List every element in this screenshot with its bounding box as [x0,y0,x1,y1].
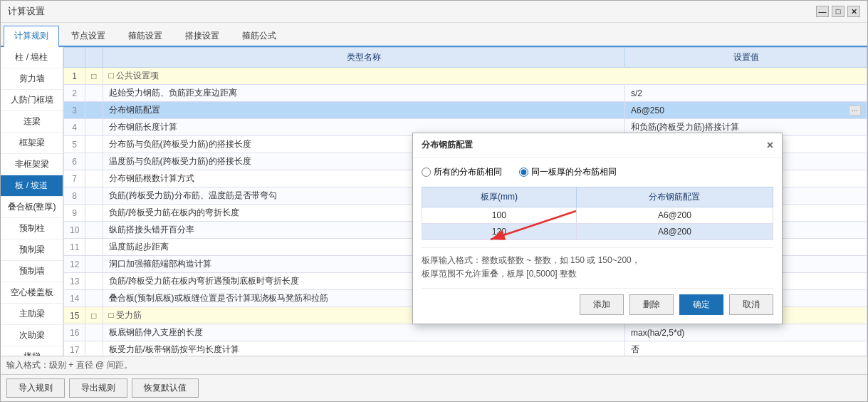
title-controls: — □ ✕ [816,6,860,17]
maximize-button[interactable]: □ [832,6,845,17]
table-row[interactable]: 3 分布钢筋配置 A6@250 ··· [64,102,867,119]
dialog-dist-rebar: 分布钢筋配置 × 所有的分布筋相同 同一板厚的分布筋相同 [412,133,783,324]
footer-buttons: 导入规则 导出规则 恢复默认值 [1,374,867,401]
tab-bar: 计算规则 节点设置 箍筋设置 搭接设置 箍筋公式 [1,23,867,47]
reset-defaults-button[interactable]: 恢复默认值 [132,378,199,398]
table-area: 类型名称 设置值 1 □ □ 公共设置项 2 起始受力钢筋、负 [63,47,867,356]
col-expand-header [85,48,103,68]
sidebar-item-precast-wall[interactable]: 预制墙 [1,261,63,282]
sidebar-item-col[interactable]: 柱 / 墙柱 [1,47,63,68]
dialog-title: 分布钢筋配置 × [413,133,782,158]
dialog-footer: 添加 删除 确定 取消 [422,288,773,315]
radio-same-thickness[interactable]: 同一板厚的分布筋相同 [519,166,617,178]
table-row: 1 □ □ 公共设置项 [64,68,867,85]
table-row[interactable]: 17 板受力筋/板带钢筋按平均长度计算 否 [64,341,867,356]
sidebar-item-hollow-slab[interactable]: 空心楼盖板 [1,282,63,304]
sidebar-item-secondary-beam[interactable]: 次助梁 [1,325,63,346]
main-content: 柱 / 墙柱 剪力墙 人防门框墙 连梁 框架梁 非框架梁 板 / 坡道 叠合板(… [1,47,867,356]
sidebar-item-main-beam[interactable]: 主助梁 [1,304,63,325]
sidebar-item-composite-slab[interactable]: 叠合板(整厚) [1,197,63,218]
sidebar-item-stairs[interactable]: 楼梯 [1,346,63,356]
tab-node-settings[interactable]: 节点设置 [61,26,116,46]
dialog-body: 所有的分布筋相同 同一板厚的分布筋相同 板厚(mm) 分布钢筋配置 [413,158,782,324]
tab-rebar-formula[interactable]: 箍筋公式 [231,26,287,46]
sidebar-item-non-frame-beam[interactable]: 非框架梁 [1,154,63,175]
tab-rebar-settings[interactable]: 箍筋设置 [117,26,173,46]
import-rules-button[interactable]: 导入规则 [6,378,65,398]
sidebar-item-coupling-beam[interactable]: 连梁 [1,111,63,133]
dialog-col-config: 分布钢筋配置 [576,187,773,207]
col-value-header: 设置值 [625,48,867,68]
dialog-cancel-button[interactable]: 取消 [729,294,773,315]
col-num-header [64,48,85,68]
main-window: 计算设置 — □ ✕ 计算规则 节点设置 箍筋设置 搭接设置 箍筋公式 柱 / … [0,0,868,402]
input-hint-bar: 输入格式：级别 + 直径 @ 间距。 [1,356,867,374]
dialog-table-row[interactable]: 120 A8@200 [422,224,773,240]
tab-splice-settings[interactable]: 搭接设置 [174,26,230,46]
sidebar-item-precast-beam[interactable]: 预制梁 [1,239,63,261]
input-hint-text: 输入格式：级别 + 直径 @ 间距。 [6,360,132,370]
dialog-table-row[interactable]: 100 A6@200 [422,207,773,224]
sidebar-item-slab[interactable]: 板 / 坡道 [1,175,63,197]
radio-all-same[interactable]: 所有的分布筋相同 [422,166,502,178]
dialog-add-button[interactable]: 添加 [580,294,624,315]
sidebar: 柱 / 墙柱 剪力墙 人防门框墙 连梁 框架梁 非框架梁 板 / 坡道 叠合板(… [1,47,63,356]
tab-calc-rules[interactable]: 计算规则 [4,26,59,47]
close-button[interactable]: ✕ [847,6,860,17]
sidebar-item-civil-door[interactable]: 人防门框墙 [1,90,63,111]
col-type-header: 类型名称 [103,48,624,68]
dialog-close-button[interactable]: × [767,140,773,151]
dialog-config-table: 板厚(mm) 分布钢筋配置 100 A6@200 120 A8@20 [422,187,773,240]
dialog-hint-text: 板厚输入格式：整数或整数 ~ 整数，如 150 或 150~200， 板厚范围不… [422,247,773,281]
export-rules-button[interactable]: 导出规则 [69,378,127,398]
sidebar-item-frame-beam[interactable]: 框架梁 [1,133,63,154]
radio-group: 所有的分布筋相同 同一板厚的分布筋相同 [422,166,773,178]
dialog-confirm-button[interactable]: 确定 [679,294,723,315]
edit-dist-config-button[interactable]: ··· [849,105,861,115]
title-bar: 计算设置 — □ ✕ [1,1,867,23]
minimize-button[interactable]: — [816,6,829,17]
window-title: 计算设置 [8,5,45,18]
table-row[interactable]: 2 起始受力钢筋、负筋距支座边距离 s/2 [64,85,867,102]
sidebar-item-precast-col[interactable]: 预制柱 [1,218,63,239]
sidebar-item-shear-wall[interactable]: 剪力墙 [1,68,63,90]
dialog-delete-button[interactable]: 删除 [629,294,674,315]
table-row[interactable]: 16 板底钢筋伸入支座的长度 max(ha/2,5*d) [64,324,867,341]
dialog-col-thickness: 板厚(mm) [422,187,577,207]
